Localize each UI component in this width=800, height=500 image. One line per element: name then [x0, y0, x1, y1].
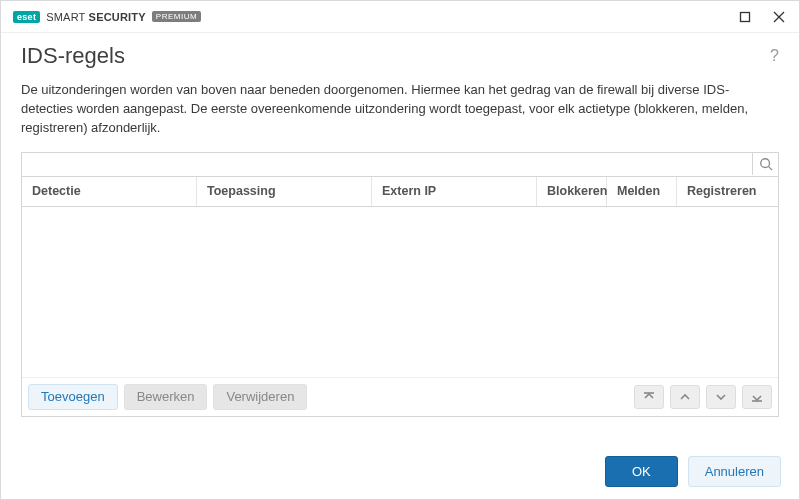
add-button[interactable]: Toevoegen	[28, 384, 118, 411]
reorder-controls	[634, 385, 772, 409]
dialog-footer: OK Annuleren	[1, 443, 799, 499]
header-detect[interactable]: Detectie	[22, 177, 197, 206]
svg-point-1	[760, 159, 769, 168]
page-title: IDS-regels	[21, 43, 125, 69]
header-app[interactable]: Toepassing	[197, 177, 372, 206]
chevron-top-icon	[642, 390, 656, 404]
move-up-button[interactable]	[670, 385, 700, 409]
header-report[interactable]: Melden	[607, 177, 677, 206]
window-controls	[735, 7, 789, 27]
brand-badge: eset	[13, 11, 40, 23]
edit-button[interactable]: Bewerken	[124, 384, 208, 411]
search-input[interactable]	[22, 153, 752, 175]
close-icon	[773, 11, 785, 23]
table-headers: Detectie Toepassing Extern IP Blokkeren …	[22, 177, 778, 207]
maximize-icon	[739, 11, 751, 23]
brand-name-light: SMART	[46, 11, 85, 23]
table-actions: Toevoegen Bewerken Verwijderen	[22, 377, 778, 417]
brand: eset SMART SECURITY PREMIUM	[13, 11, 201, 23]
search-row	[22, 153, 778, 177]
brand-name: SMART SECURITY	[46, 11, 146, 23]
page-description: De uitzonderingen worden van boven naar …	[21, 81, 779, 138]
header-ip[interactable]: Extern IP	[372, 177, 537, 206]
close-button[interactable]	[769, 7, 789, 27]
rules-table: Detectie Toepassing Extern IP Blokkeren …	[21, 152, 779, 418]
brand-edition-badge: PREMIUM	[152, 11, 201, 22]
move-top-button[interactable]	[634, 385, 664, 409]
search-button[interactable]	[752, 153, 778, 175]
move-down-button[interactable]	[706, 385, 736, 409]
chevron-up-icon	[678, 390, 692, 404]
ok-button[interactable]: OK	[605, 456, 678, 487]
header-log[interactable]: Registreren	[677, 177, 778, 206]
title-bar: eset SMART SECURITY PREMIUM	[1, 1, 799, 33]
page-title-row: IDS-regels ?	[21, 43, 779, 69]
brand-name-bold: SECURITY	[89, 11, 146, 23]
header-block[interactable]: Blokkeren	[537, 177, 607, 206]
delete-button[interactable]: Verwijderen	[213, 384, 307, 411]
svg-rect-0	[741, 12, 750, 21]
cancel-button[interactable]: Annuleren	[688, 456, 781, 487]
chevron-down-icon	[714, 390, 728, 404]
search-icon	[759, 157, 773, 171]
help-icon[interactable]: ?	[770, 47, 779, 65]
move-bottom-button[interactable]	[742, 385, 772, 409]
content-area: IDS-regels ? De uitzonderingen worden va…	[1, 33, 799, 417]
maximize-button[interactable]	[735, 7, 755, 27]
table-body	[22, 207, 778, 377]
chevron-bottom-icon	[750, 390, 764, 404]
